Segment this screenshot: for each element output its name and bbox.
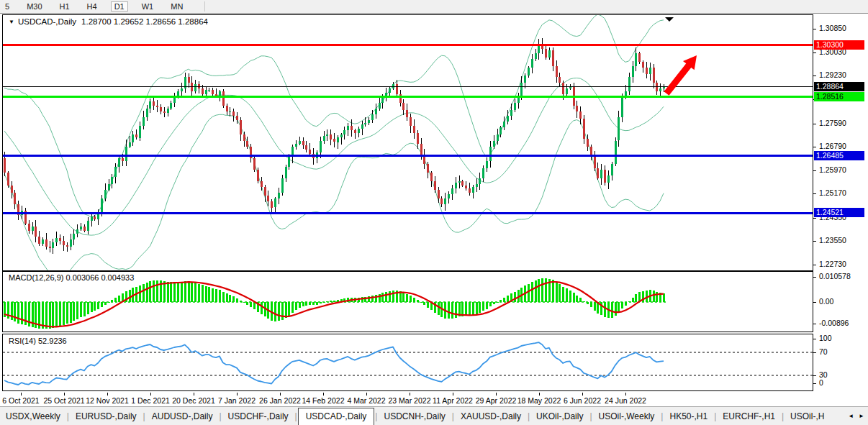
tab-usdchf-daily[interactable]: USDCHF-,Daily — [222, 408, 294, 424]
axis-tick-mark — [813, 277, 816, 278]
date-label: 4 Mar 2022 — [347, 396, 385, 405]
date-tick-mark — [237, 393, 238, 396]
tab-usdx-weekly[interactable]: USDX,Weekly — [0, 408, 66, 424]
timeframe-button-5[interactable]: 5 — [1, 1, 13, 12]
date-tick-mark — [625, 393, 626, 396]
tab-scroll-arrows: ◄ ► — [843, 407, 868, 424]
date-tick-mark — [453, 393, 453, 396]
date-label: 14 Feb 2022 — [302, 396, 345, 405]
macd-name: MACD(12,26,9) — [9, 273, 63, 282]
date-tick-mark — [496, 393, 497, 396]
axis-tick-mark — [813, 324, 816, 324]
price-tick-label: 1.26790 — [819, 142, 846, 150]
date-label: 20 Dec 2021 — [172, 396, 215, 405]
price-level-badge: 1.28864 — [814, 82, 864, 91]
date-label: 29 Apr 2022 — [476, 396, 517, 405]
time-axis[interactable]: 6 Oct 202125 Oct 202112 Nov 20211 Dec 20… — [0, 393, 813, 406]
timeframe-button-d1[interactable]: D1 — [111, 1, 128, 12]
price-tick-label: 1.22730 — [819, 260, 846, 268]
axis-tick-mark — [813, 339, 816, 339]
chart-area: ▼USDCAD-,Daily1.28700 1.29652 1.28656 1.… — [0, 14, 868, 406]
price-tick-label: 1.29230 — [819, 70, 846, 79]
date-label: 25 Oct 2021 — [43, 396, 84, 405]
tab-usoil-h[interactable]: USOil-,H — [785, 408, 830, 424]
rsi-tick-label: 100 — [819, 334, 832, 342]
macd-values: 0.003066 0.004933 — [65, 273, 134, 282]
tab-usoil-weekly[interactable]: USOil-,Weekly — [593, 408, 661, 424]
main-pane-border — [3, 15, 813, 271]
timeframe-button-w1[interactable]: W1 — [138, 1, 158, 12]
macd-tick-label: 0.00 — [819, 297, 833, 306]
price-level-badge: 1.26485 — [814, 151, 864, 160]
date-tick-mark — [582, 393, 583, 396]
price-chart-pane[interactable] — [0, 14, 813, 271]
axis-tick-mark — [813, 302, 816, 303]
rsi-name: RSI(14) — [9, 337, 36, 345]
price-tick-label: 1.23550 — [819, 236, 846, 245]
scroll-left-icon[interactable]: ◄ — [848, 413, 854, 419]
trading-terminal-window: 5M30H1H4D1W1MN ▼USDCAD-,Daily1.28700 1.2… — [0, 0, 868, 425]
tab-eurchf-h1[interactable]: EURCHF-,H1 — [717, 408, 781, 424]
date-tick-mark — [150, 393, 151, 396]
date-label: 11 Apr 2022 — [433, 396, 473, 405]
date-label: 23 Mar 2022 — [389, 396, 431, 405]
axis-tick-mark — [813, 29, 816, 29]
date-tick-mark — [194, 393, 194, 396]
price-tick-label: 1.25970 — [819, 165, 846, 174]
rsi-indicator-label: RSI(14) 52.9236 — [9, 337, 67, 345]
axis-tick-mark — [813, 193, 816, 194]
horizontal-level-lines — [3, 44, 813, 214]
axis-tick-mark — [813, 147, 816, 147]
scroll-right-icon[interactable]: ► — [859, 413, 864, 419]
tab-eurusd-daily[interactable]: EURUSD-,Daily — [70, 408, 143, 424]
trend-arrow-annotation[interactable] — [664, 55, 697, 96]
macd-tick-label: 0.010578 — [819, 272, 851, 280]
axis-tick-mark — [813, 375, 816, 376]
timeframe-button-h1[interactable]: H1 — [56, 1, 73, 12]
rsi-line — [4, 342, 664, 385]
tab-xauusd-daily[interactable]: XAUUSD-,Daily — [455, 408, 527, 424]
axis-tick-mark — [813, 76, 816, 76]
rsi-tick-label: 70 — [819, 347, 828, 356]
axis-tick-mark — [813, 124, 816, 124]
axis-tick-mark — [813, 218, 816, 219]
tab-ukoil-daily[interactable]: UKOil-,Daily — [530, 408, 589, 424]
date-label: 24 Jun 2022 — [605, 396, 646, 405]
tab-usdcad-daily[interactable]: USDCAD-,Daily — [298, 408, 375, 425]
date-label: 7 Jan 2022 — [218, 396, 256, 405]
rsi-pane[interactable] — [0, 334, 813, 392]
date-tick-mark — [366, 393, 367, 396]
date-label: 6 Jun 2022 — [564, 396, 601, 405]
axis-tick-mark — [813, 383, 816, 384]
price-axis[interactable]: 1.308501.300301.292301.284101.275901.267… — [813, 14, 868, 406]
price-level-badge: 1.28516 — [814, 92, 864, 101]
date-tick-mark — [280, 393, 281, 396]
date-tick-mark — [64, 393, 65, 396]
chart-tabbar: USDX,Weekly|EURUSD-,Daily|AUDUSD-,Daily|… — [0, 406, 868, 425]
price-tick-label: 1.27590 — [819, 119, 846, 127]
tab-audusd-daily[interactable]: AUDUSD-,Daily — [146, 408, 219, 424]
rsi-value: 52.9236 — [38, 337, 67, 345]
macd-indicator-label: MACD(12,26,9) 0.003066 0.004933 — [9, 273, 134, 282]
date-tick-mark — [21, 393, 22, 396]
axis-tick-mark — [813, 170, 816, 171]
toolbar-divider — [204, 1, 205, 12]
timeframe-button-m30[interactable]: M30 — [23, 1, 45, 12]
date-label: 18 May 2022 — [517, 396, 561, 405]
price-tick-label: 1.30850 — [819, 24, 846, 32]
timeframe-button-mn[interactable]: MN — [167, 1, 186, 12]
tab-usdcnh-daily[interactable]: USDCNH-,Daily — [378, 408, 451, 424]
tab-hk50-h1[interactable]: HK50-,H1 — [664, 408, 713, 424]
timeframe-button-h4[interactable]: H4 — [83, 1, 101, 12]
date-label: 26 Jan 2022 — [259, 396, 301, 405]
rsi-tick-label: 0 — [819, 378, 823, 387]
date-tick-mark — [410, 393, 410, 396]
chart-symbol-label: USDCAD-,Daily — [18, 17, 76, 26]
chart-shift-icon[interactable] — [665, 17, 674, 22]
chart-ohlc-values: 1.28700 1.29652 1.28656 1.28864 — [81, 17, 208, 26]
axis-tick-mark — [813, 241, 816, 242]
axis-tick-mark — [813, 52, 816, 53]
axis-tick-mark — [813, 352, 816, 353]
price-tick-label: 1.25170 — [819, 188, 846, 197]
timeframe-toolbar: 5M30H1H4D1W1MN — [0, 0, 868, 14]
